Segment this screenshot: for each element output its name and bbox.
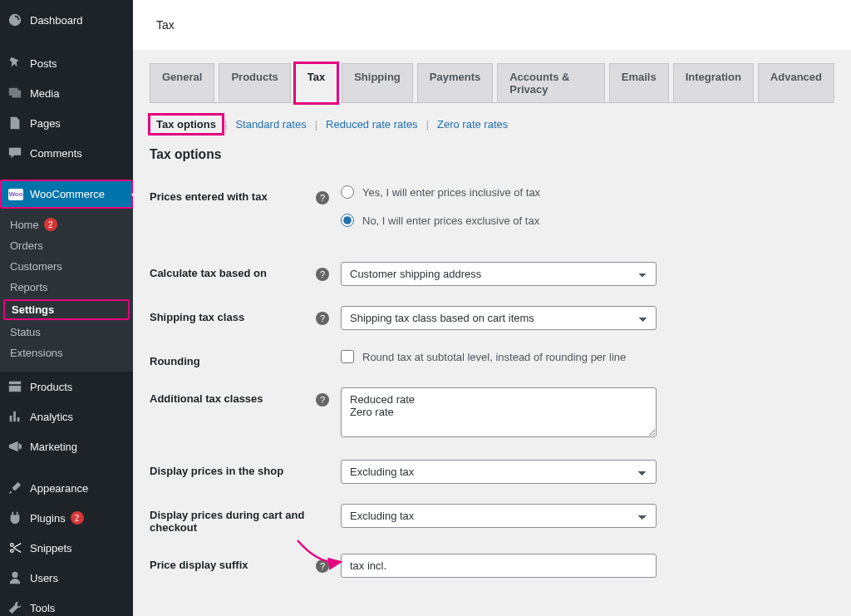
calculate-tax-select[interactable]: Customer shipping address: [341, 262, 657, 286]
sidebar-item-marketing[interactable]: Marketing: [0, 431, 133, 461]
sidebar-item-users[interactable]: Users: [0, 563, 133, 593]
sidebar-item-pages[interactable]: Pages: [0, 108, 133, 138]
submenu-label: Reports: [10, 281, 48, 293]
tab-tax[interactable]: Tax: [295, 63, 337, 103]
row-shipping-tax-class: Shipping tax class ? Shipping tax class …: [150, 306, 834, 330]
annotation-arrow-icon: [294, 537, 346, 570]
radio-inclusive-input[interactable]: [341, 185, 354, 199]
field-label: Shipping tax class: [150, 306, 316, 323]
sidebar-label: Users: [30, 572, 58, 584]
field-label: Display prices in the shop: [150, 460, 316, 477]
rounding-checkbox-line[interactable]: Round tax at subtotal level, instead of …: [341, 350, 673, 363]
field-label: Prices entered with tax: [150, 185, 316, 203]
sidebar-item-comments[interactable]: Comments: [0, 138, 133, 168]
pages-icon: [7, 115, 23, 131]
notification-badge: 2: [71, 511, 84, 525]
submenu-item-reports[interactable]: Reports: [0, 277, 133, 298]
tax-subtabs: Tax options | Standard rates | Reduced r…: [150, 115, 834, 134]
notification-badge: 2: [44, 218, 57, 231]
checkbox-label: Round tax at subtotal level, instead of …: [362, 351, 626, 363]
plugin-icon: [7, 510, 23, 526]
sidebar-label: Plugins: [30, 512, 66, 525]
sidebar-item-products[interactable]: Products: [0, 372, 133, 402]
scissors-icon: [7, 540, 23, 556]
help-icon[interactable]: ?: [316, 393, 329, 407]
additional-tax-classes-textarea[interactable]: [341, 387, 657, 437]
tab-general[interactable]: General: [150, 63, 214, 102]
subtab-standard-rates[interactable]: Standard rates: [229, 115, 312, 134]
tab-accounts[interactable]: Accounts & Privacy: [497, 63, 605, 102]
row-display-prices-shop: Display prices in the shop Excluding tax: [150, 460, 834, 484]
submenu-item-orders[interactable]: Orders: [0, 235, 133, 256]
tab-emails[interactable]: Emails: [609, 63, 669, 102]
subtab-zero-rates[interactable]: Zero rate rates: [430, 115, 514, 134]
submenu-item-settings[interactable]: Settings: [3, 299, 130, 320]
section-title: Tax options: [150, 147, 834, 162]
sidebar-item-media[interactable]: Media: [0, 78, 133, 108]
sidebar-label: Pages: [30, 117, 61, 130]
radio-label: No, I will enter prices exclusive of tax: [362, 214, 539, 227]
help-icon[interactable]: ?: [316, 268, 329, 281]
media-icon: [7, 85, 23, 101]
help-icon[interactable]: ?: [316, 191, 329, 205]
sidebar-label: Media: [30, 87, 59, 100]
row-calculate-tax-based-on: Calculate tax based on ? Customer shippi…: [150, 262, 834, 286]
sidebar-label: WooCommerce: [30, 188, 105, 200]
submenu-item-status[interactable]: Status: [0, 322, 133, 342]
tab-payments[interactable]: Payments: [417, 63, 493, 102]
settings-main: General Products Tax Shipping Payments A…: [133, 50, 851, 616]
sidebar-item-posts[interactable]: Posts: [0, 48, 133, 78]
field-label: Price display suffix: [150, 554, 316, 571]
subtab-tax-options[interactable]: Tax options: [150, 115, 223, 134]
field-label: Calculate tax based on: [150, 262, 316, 279]
tab-shipping[interactable]: Shipping: [342, 63, 413, 102]
row-additional-tax-classes: Additional tax classes ?: [150, 387, 834, 440]
display-prices-shop-select[interactable]: Excluding tax: [341, 460, 657, 484]
submenu-item-home[interactable]: Home 2: [0, 214, 133, 235]
sidebar-item-analytics[interactable]: Analytics: [0, 402, 133, 431]
woocommerce-icon: Woo: [8, 189, 23, 200]
sidebar-label: Dashboard: [30, 14, 83, 27]
subtab-reduced-rates[interactable]: Reduced rate rates: [319, 115, 425, 134]
tab-products[interactable]: Products: [219, 63, 290, 102]
submenu-label: Orders: [10, 239, 43, 252]
sidebar-item-appearance[interactable]: Appearance: [0, 473, 133, 503]
sidebar-label: Products: [30, 381, 72, 393]
settings-tabs: General Products Tax Shipping Payments A…: [150, 63, 834, 103]
sidebar-label: Marketing: [30, 441, 77, 453]
radio-inclusive[interactable]: Yes, I will enter prices inclusive of ta…: [341, 185, 673, 199]
pin-icon: [7, 55, 23, 71]
submenu-label: Extensions: [10, 347, 63, 359]
sidebar-item-woocommerce[interactable]: Woo WooCommerce: [0, 180, 133, 209]
row-rounding: Rounding Round tax at subtotal level, in…: [150, 350, 834, 367]
submenu-item-customers[interactable]: Customers: [0, 256, 133, 277]
shipping-tax-class-select[interactable]: Shipping tax class based on cart items: [341, 306, 657, 330]
price-display-suffix-input[interactable]: [341, 554, 657, 578]
display-prices-cart-select[interactable]: Excluding tax: [341, 504, 657, 528]
row-display-prices-cart: Display prices during cart and checkout …: [150, 504, 834, 534]
radio-exclusive[interactable]: No, I will enter prices exclusive of tax: [341, 214, 673, 227]
sidebar-item-dashboard[interactable]: Dashboard: [0, 5, 133, 35]
submenu-label: Settings: [12, 303, 54, 316]
sidebar-label: Analytics: [30, 411, 73, 423]
row-prices-entered-with-tax: Prices entered with tax ? Yes, I will en…: [150, 185, 834, 242]
comments-icon: [7, 145, 23, 161]
radio-exclusive-input[interactable]: [341, 214, 354, 227]
tab-integration[interactable]: Integration: [673, 63, 754, 102]
rounding-checkbox[interactable]: [341, 350, 354, 363]
submenu-item-extensions[interactable]: Extensions: [0, 342, 133, 363]
sidebar-label: Posts: [30, 57, 57, 70]
sidebar-item-tools[interactable]: Tools: [0, 593, 133, 616]
submenu-label: Status: [10, 326, 41, 338]
sidebar-item-plugins[interactable]: Plugins 2: [0, 503, 133, 533]
sidebar-item-snippets[interactable]: Snippets: [0, 533, 133, 563]
help-icon[interactable]: ?: [316, 312, 329, 325]
field-label: Additional tax classes: [150, 387, 316, 405]
tab-advanced[interactable]: Advanced: [758, 63, 834, 102]
brush-icon: [7, 480, 23, 496]
page-title: Tax: [156, 18, 175, 32]
products-icon: [7, 378, 23, 395]
row-price-display-suffix: Price display suffix ?: [150, 554, 834, 578]
sidebar-label: Tools: [30, 602, 55, 614]
analytics-icon: [7, 408, 23, 425]
